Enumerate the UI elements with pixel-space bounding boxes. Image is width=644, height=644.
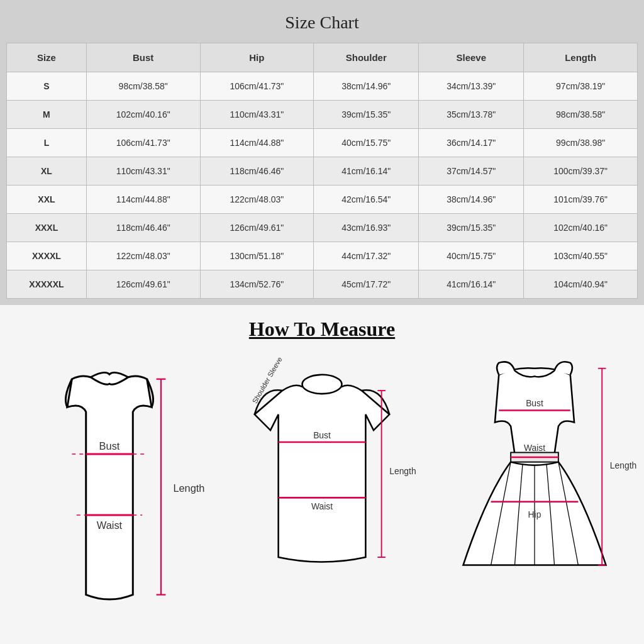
measurement-cell: 34cm/13.39": [419, 72, 524, 101]
measurement-cell: 118cm/46.46": [200, 157, 314, 186]
table-row: XXXXL122cm/48.03"130cm/51.18"44cm/17.32"…: [7, 242, 638, 270]
table-row: M102cm/40.16"110cm/43.31"39cm/15.35"35cm…: [7, 101, 638, 129]
col-header-shoulder: Shoulder: [314, 43, 419, 72]
measurement-cell: 114cm/44.88": [200, 129, 314, 157]
measurement-cell: 118cm/46.46": [86, 214, 200, 242]
svg-text:Bust: Bust: [313, 430, 331, 440]
measurement-cell: 38cm/14.96": [314, 72, 419, 101]
measurement-cell: 104cm/40.94": [524, 270, 638, 299]
col-header-size: Size: [7, 43, 87, 72]
col-header-hip: Hip: [200, 43, 314, 72]
svg-text:Length: Length: [610, 460, 636, 470]
measurement-cell: 126cm/49.61": [200, 214, 314, 242]
svg-text:Bust: Bust: [526, 398, 543, 408]
measurement-cell: 38cm/14.96": [419, 186, 524, 214]
measurement-cell: 41cm/16.14": [419, 270, 524, 299]
measurement-cell: 35cm/13.78": [419, 101, 524, 129]
table-row: XXL114cm/44.88"122cm/48.03"42cm/16.54"38…: [7, 186, 638, 214]
table-row: XXXXXL126cm/49.61"134cm/52.76"45cm/17.72…: [7, 270, 638, 299]
measurement-cell: 101cm/39.76": [524, 186, 638, 214]
how-to-section: How To Measure Bust: [0, 305, 644, 644]
measurement-cell: 126cm/49.61": [86, 270, 200, 299]
svg-text:Length: Length: [173, 482, 204, 494]
size-cell: L: [7, 129, 87, 157]
measurement-cell: 43cm/16.93": [314, 214, 419, 242]
diagrams-row: Bust Waist Length: [6, 351, 638, 632]
measurement-cell: 100cm/39.37": [524, 157, 638, 186]
measurement-cell: 103cm/40.55": [524, 242, 638, 270]
how-to-measure-title: How To Measure: [6, 318, 638, 341]
measurement-cell: 97cm/38.19": [524, 72, 638, 101]
size-chart-section: Size Chart Size Bust Hip Shoulder Sleeve…: [0, 0, 644, 305]
diagram-tank-top: Bust Waist Length: [6, 351, 213, 632]
col-header-length: Length: [524, 43, 638, 72]
svg-point-12: [302, 375, 341, 394]
size-cell: M: [7, 101, 87, 129]
table-row: XXXL118cm/46.46"126cm/49.61"43cm/16.93"3…: [7, 214, 638, 242]
table-row: S98cm/38.58"106cm/41.73"38cm/14.96"34cm/…: [7, 72, 638, 101]
table-header-row: Size Bust Hip Shoulder Sleeve Length: [7, 43, 638, 72]
svg-text:Length: Length: [389, 466, 416, 476]
measurement-cell: 122cm/48.03": [200, 186, 314, 214]
measurement-cell: 134cm/52.76": [200, 270, 314, 299]
diagram-tshirt: Shoulder Sleeve Bust Waist Length: [219, 351, 425, 589]
measurement-cell: 98cm/38.58": [86, 72, 200, 101]
svg-text:Waist: Waist: [97, 519, 123, 531]
size-cell: XXL: [7, 186, 87, 214]
size-cell: XXXXL: [7, 242, 87, 270]
measurement-cell: 41cm/16.14": [314, 157, 419, 186]
table-row: XL110cm/43.31"118cm/46.46"41cm/16.14"37c…: [7, 157, 638, 186]
size-cell: XXXXXL: [7, 270, 87, 299]
page-wrapper: Size Chart Size Bust Hip Shoulder Sleeve…: [0, 0, 644, 644]
svg-text:Hip: Hip: [528, 509, 541, 519]
measurement-cell: 98cm/38.58": [524, 101, 638, 129]
measurement-cell: 110cm/43.31": [86, 157, 200, 186]
measurement-cell: 45cm/17.72": [314, 270, 419, 299]
size-table: Size Bust Hip Shoulder Sleeve Length S98…: [6, 43, 638, 299]
measurement-cell: 36cm/14.17": [419, 129, 524, 157]
svg-text:Waist: Waist: [524, 443, 545, 453]
diagram-dress: Bust Waist Hip Length: [431, 351, 638, 589]
measurement-cell: 40cm/15.75": [419, 242, 524, 270]
measurement-cell: 44cm/17.32": [314, 242, 419, 270]
size-cell: XL: [7, 157, 87, 186]
measurement-cell: 39cm/15.35": [314, 101, 419, 129]
measurement-cell: 130cm/51.18": [200, 242, 314, 270]
measurement-cell: 37cm/14.57": [419, 157, 524, 186]
size-chart-title: Size Chart: [6, 13, 638, 33]
size-cell: XXXL: [7, 214, 87, 242]
measurement-cell: 102cm/40.16": [86, 101, 200, 129]
measurement-cell: 106cm/41.73": [200, 72, 314, 101]
col-header-sleeve: Sleeve: [419, 43, 524, 72]
measurement-cell: 39cm/15.35": [419, 214, 524, 242]
svg-text:Waist: Waist: [311, 501, 333, 511]
measurement-cell: 106cm/41.73": [86, 129, 200, 157]
measurement-cell: 40cm/15.75": [314, 129, 419, 157]
measurement-cell: 42cm/16.54": [314, 186, 419, 214]
size-cell: S: [7, 72, 87, 101]
measurement-cell: 114cm/44.88": [86, 186, 200, 214]
svg-text:Bust: Bust: [99, 440, 120, 452]
col-header-bust: Bust: [86, 43, 200, 72]
measurement-cell: 110cm/43.31": [200, 101, 314, 129]
table-row: L106cm/41.73"114cm/44.88"40cm/15.75"36cm…: [7, 129, 638, 157]
measurement-cell: 99cm/38.98": [524, 129, 638, 157]
measurement-cell: 102cm/40.16": [524, 214, 638, 242]
measurement-cell: 122cm/48.03": [86, 242, 200, 270]
